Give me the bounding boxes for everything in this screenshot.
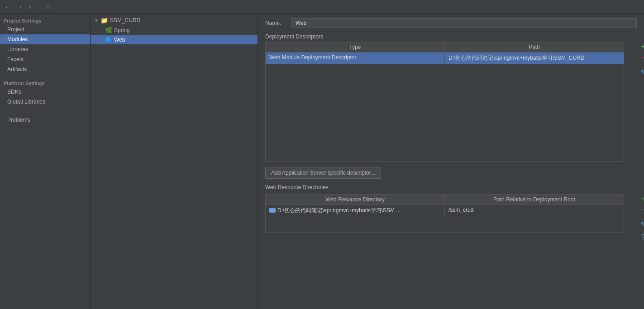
sidebar-item-global-libraries[interactable]: Global Libraries (0, 97, 90, 107)
project-settings-label: Project Settings (0, 15, 90, 24)
spring-icon: 🌿 (105, 27, 112, 33)
remove-module-button[interactable]: − (35, 2, 43, 11)
sidebar-item-sdks[interactable]: SDKs (0, 87, 90, 97)
deployment-side-buttons: + − ✎ (639, 42, 644, 77)
sidebar-item-libraries[interactable]: Libraries (0, 44, 90, 54)
tree-item-root[interactable]: ▼ 📁 SSM_CURD (91, 15, 258, 25)
sidebar-item-facets[interactable]: Facets (0, 54, 90, 64)
deployment-table-wrapper: Type Path Web Module Deployment Descript… (265, 42, 637, 162)
sidebar-item-project[interactable]: Project (0, 24, 90, 34)
sidebar-item-artifacts[interactable]: Artifacts (0, 64, 90, 74)
web-resource-table: Web Resource Directory Path Relative to … (265, 194, 624, 233)
web-resource-table-wrapper: Web Resource Directory Path Relative to … (265, 194, 637, 233)
add-descriptor-button[interactable]: Add Application Server specific descript… (265, 167, 381, 179)
web-resource-title: Web Resource Directories (265, 184, 637, 190)
folder-icon: 📁 (100, 17, 108, 24)
col-directory-header: Web Resource Directory (266, 195, 445, 204)
col-rel-path-header: Path Relative to Deployment Root (445, 195, 624, 204)
tree-item-spring[interactable]: 🌿 Spring (91, 25, 258, 35)
name-label: Name: (265, 20, 288, 26)
tree-root-label: SSM_CURD (110, 17, 140, 24)
tree-item-web[interactable]: 🔷 Web (91, 35, 258, 44)
deployment-descriptors-title: Deployment Descriptors (265, 33, 637, 40)
web-resource-path-cell: /ssm_crud (445, 205, 624, 216)
col-type-header: Type (266, 42, 445, 52)
forward-button[interactable]: → (14, 2, 24, 11)
web-resource-table-body: D:\初心的代码笔记\springmvc+mybatis学习\SSM ... /… (266, 205, 624, 232)
sidebar-item-modules[interactable]: Modules (0, 34, 90, 44)
web-resource-side-buttons: + − ✎ ? (639, 194, 644, 242)
content-area: Name: Deployment Descriptors Type Path W… (258, 14, 644, 309)
add-module-button[interactable]: + (26, 2, 33, 11)
name-input[interactable] (291, 18, 637, 28)
web-resource-table-row[interactable]: D:\初心的代码笔记\springmvc+mybatis学习\SSM ... /… (266, 205, 624, 216)
deployment-descriptors-section: Deployment Descriptors Type Path Web Mod… (265, 33, 637, 162)
deployment-type-cell: Web Module Deployment Descriptor (266, 52, 445, 64)
web-resource-add-button[interactable]: + (639, 194, 644, 204)
web-resource-directory-cell: D:\初心的代码笔记\springmvc+mybatis学习\SSM ... (266, 205, 445, 216)
tree-spring-label: Spring (114, 27, 130, 33)
deployment-table-header: Type Path (266, 42, 624, 52)
web-resource-remove-button: − (639, 205, 644, 215)
deployment-path-cell: D:\初心的代码笔记\springmvc+mybatis学习\SSM_CURD (445, 52, 624, 64)
deployment-edit-button[interactable]: ✎ (639, 67, 644, 77)
main-layout: Project Settings Project Modules Librari… (0, 14, 644, 309)
tree-web-label: Web (114, 37, 125, 43)
deployment-add-button[interactable]: + (639, 42, 644, 52)
web-icon: 🔷 (105, 36, 112, 43)
web-resource-edit-button[interactable]: ✎ (639, 219, 644, 230)
copy-module-button[interactable]: ⧉ (44, 2, 52, 11)
deployment-table: Type Path Web Module Deployment Descript… (265, 42, 624, 162)
deployment-remove-button[interactable]: − (639, 52, 644, 62)
web-resource-table-header: Web Resource Directory Path Relative to … (266, 195, 624, 205)
deployment-table-row[interactable]: Web Module Deployment Descriptor D:\初心的代… (266, 52, 624, 64)
col-path-header: Path (445, 42, 624, 52)
web-resource-section: Web Resource Directories Web Resource Di… (265, 184, 637, 233)
sidebar-item-problems[interactable]: Problems (0, 114, 90, 126)
platform-settings-label: Platform Settings (0, 78, 90, 87)
top-toolbar: ← → + − ⧉ (0, 0, 644, 14)
add-descriptor-container: Add Application Server specific descript… (265, 167, 637, 179)
name-row: Name: (265, 18, 637, 28)
back-button[interactable]: ← (3, 2, 13, 11)
web-resource-help-button[interactable]: ? (639, 233, 644, 242)
deployment-table-body: Web Module Deployment Descriptor D:\初心的代… (266, 52, 624, 161)
module-tree: ▼ 📁 SSM_CURD 🌿 Spring 🔷 Web (91, 14, 258, 309)
sidebar: Project Settings Project Modules Librari… (0, 14, 91, 309)
tree-arrow-root: ▼ (94, 18, 99, 23)
